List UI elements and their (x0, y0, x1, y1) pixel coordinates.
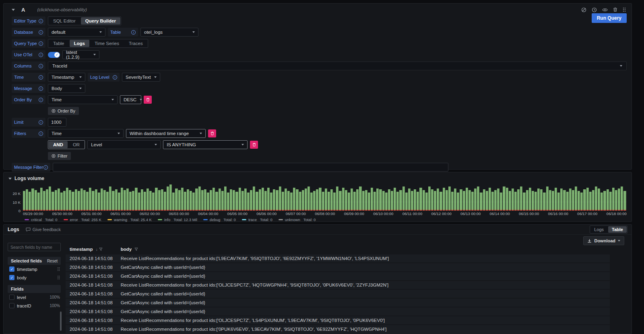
reset-fields-button[interactable]: Reset (47, 259, 58, 263)
search-fields-input[interactable] (8, 243, 61, 251)
option-or[interactable]: OR (68, 141, 84, 148)
table-row[interactable]: 2024-06-18 14:51:08GetCartAsync called w… (66, 272, 610, 281)
drag-handle-icon[interactable] (57, 275, 60, 280)
legend-item-info[interactable]: infoTotal: 12.3 Mil (158, 217, 197, 222)
add-order-by-button[interactable]: Order By (48, 107, 79, 115)
chevron-down-icon (242, 144, 244, 145)
info-icon[interactable]: i (39, 53, 43, 57)
info-icon[interactable]: i (39, 75, 43, 80)
info-icon[interactable]: i (39, 86, 43, 91)
filter-icon[interactable] (134, 248, 138, 251)
remove-order-by-button[interactable] (144, 96, 152, 104)
filter-operator-select[interactable]: Within dashboard time range (126, 129, 206, 138)
option-table[interactable]: Table (49, 40, 69, 47)
volume-bar (623, 191, 626, 211)
remove-filter2-button[interactable] (250, 141, 258, 149)
drag-query-handle-icon[interactable] (623, 7, 626, 12)
info-icon[interactable]: i (39, 30, 43, 35)
message-column-select[interactable]: Body (48, 84, 85, 93)
info-icon[interactable]: i (39, 19, 43, 23)
sort-desc-icon[interactable]: ↓ (96, 247, 98, 252)
legend-item-critical[interactable]: criticalTotal: 0 (25, 217, 58, 222)
logs-volume-header[interactable]: Logs volume (7, 176, 627, 181)
drag-handle-icon[interactable] (57, 267, 60, 271)
time-label: Timei (12, 73, 45, 82)
field-name: body (17, 275, 27, 280)
legend-item-warning[interactable]: warningTotal: 25.4 K (107, 217, 152, 222)
table-row[interactable]: 2024-06-18 14:51:08Receive ListRecommend… (66, 325, 610, 333)
option-query-builder[interactable]: Query Builder (81, 17, 120, 25)
info-icon[interactable]: i (39, 98, 43, 102)
info-icon[interactable]: i (43, 165, 48, 170)
table-row[interactable]: 2024-06-18 14:51:08GetCartAsync called w… (66, 289, 610, 298)
run-query-button[interactable]: Run Query (592, 13, 627, 23)
table-row[interactable]: 2024-06-18 14:51:08GetCartAsync called w… (66, 263, 610, 272)
collapse-panel-icon[interactable] (8, 178, 12, 180)
query-history-icon[interactable] (592, 7, 597, 12)
info-icon[interactable]: i (39, 64, 43, 68)
time-column-select[interactable]: Timestamp (48, 73, 85, 82)
filter-icon[interactable] (99, 248, 103, 251)
sidebar-scrollbar[interactable] (60, 311, 62, 331)
x-tick: 05/29 00:00 (23, 211, 43, 216)
checkbox-unchecked[interactable] (9, 295, 14, 300)
database-select[interactable]: default (48, 28, 105, 37)
columns-multiselect[interactable]: TraceId (48, 61, 627, 70)
option-table[interactable]: Table (608, 226, 627, 233)
option-traces[interactable]: Traces (124, 40, 147, 47)
filter2-operator-select[interactable]: IS ANYTHING (163, 140, 248, 149)
collapse-query-icon[interactable] (12, 9, 15, 11)
give-feedback-link[interactable]: Give feedback (26, 227, 61, 232)
limit-input[interactable] (48, 118, 66, 127)
volume-bar (89, 188, 91, 211)
remove-filter-button[interactable] (208, 129, 216, 137)
use-otel-toggle[interactable]: ✓ (48, 52, 60, 58)
add-filter-button[interactable]: Filter (48, 152, 71, 160)
column-header-body[interactable]: body (117, 246, 610, 254)
legend-total: Total: 12.3 Mil (173, 217, 197, 222)
info-icon[interactable]: i (39, 131, 43, 136)
volume-bar (491, 192, 494, 211)
disable-query-icon[interactable] (581, 7, 586, 12)
filter-field-select[interactable]: Time (48, 129, 124, 138)
info-icon[interactable]: i (131, 30, 136, 35)
checkbox-unchecked[interactable] (9, 303, 14, 308)
x-tick: 06/17 00:00 (577, 211, 597, 216)
column-header-timestamp[interactable]: timestamp ↓ (66, 246, 117, 254)
checkbox-checked[interactable]: ✓ (9, 275, 14, 280)
legend-item-unknown[interactable]: unknownTotal: 0 (279, 217, 316, 222)
legend-item-debug[interactable]: debugTotal: 0 (203, 217, 236, 222)
option-sql-editor[interactable]: SQL Editor (49, 17, 80, 25)
legend-item-trace[interactable]: traceTotal: 0 (242, 217, 272, 222)
volume-bar (351, 189, 353, 211)
checkbox-checked[interactable]: ✓ (9, 266, 14, 272)
volume-bar (503, 186, 505, 211)
table-row[interactable]: 2024-06-18 14:51:08Receive ListRecommend… (66, 316, 610, 325)
option-time-series[interactable]: Time Series (90, 40, 124, 47)
log-level-select[interactable]: SeverityText (122, 73, 160, 82)
table-row[interactable]: 2024-06-18 14:51:08GetCartAsync called w… (66, 298, 610, 307)
message-filter-input[interactable] (53, 163, 448, 172)
eye-icon[interactable] (602, 8, 608, 12)
volume-bar (517, 189, 520, 211)
delete-query-icon[interactable] (613, 7, 617, 12)
table-select[interactable]: otel_logs (140, 28, 198, 37)
option-logs[interactable]: Logs (70, 40, 89, 47)
filter2-field-select[interactable]: Level (87, 140, 161, 149)
volume-bar (431, 189, 433, 211)
info-icon[interactable]: i (39, 41, 43, 46)
otel-version-select[interactable]: latest (1.2.9) (62, 50, 99, 59)
logs-volume-panel: Logs volume 20 K10 K0 05/29 00:0005/30 0… (3, 172, 632, 222)
order-by-direction-select[interactable]: DESC (120, 95, 141, 104)
field-name: level (17, 295, 26, 300)
option-logs[interactable]: Logs (590, 226, 607, 233)
table-row[interactable]: 2024-06-18 14:51:08GetCartAsync called w… (66, 307, 610, 316)
table-row[interactable]: 2024-06-18 14:51:08Receive ListRecommend… (66, 281, 610, 289)
option-and[interactable]: AND (49, 141, 68, 148)
legend-item-error[interactable]: errorTotal: 255 K (64, 217, 101, 222)
order-by-field-select[interactable]: Time (48, 95, 118, 104)
info-icon[interactable]: i (39, 120, 43, 125)
download-button[interactable]: Download (583, 236, 624, 245)
info-icon[interactable]: i (113, 75, 117, 80)
table-row[interactable]: 2024-06-18 14:51:08Receive ListRecommend… (66, 254, 610, 263)
